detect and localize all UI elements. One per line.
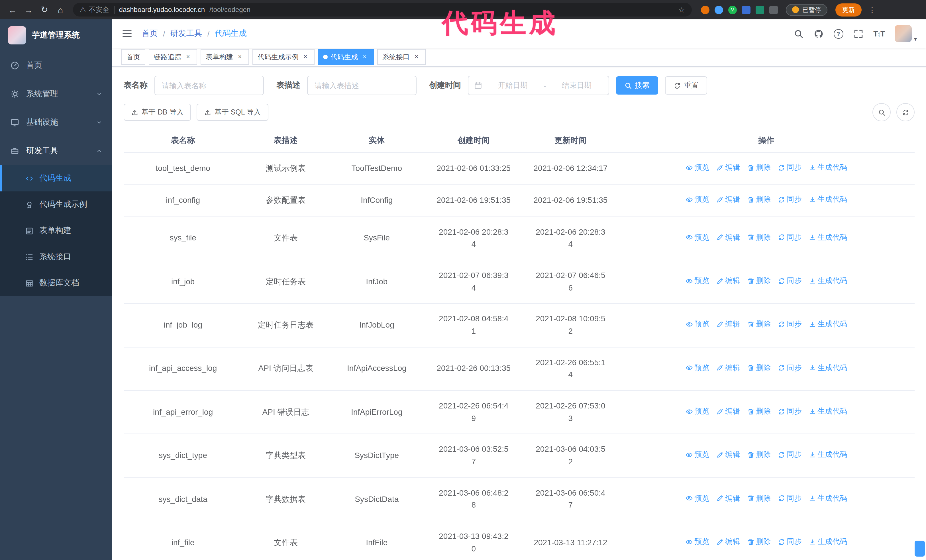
- sync-link[interactable]: 同步: [778, 449, 802, 460]
- user-menu[interactable]: ▾: [895, 25, 917, 42]
- delete-link[interactable]: 删除: [747, 194, 771, 205]
- extension-icon[interactable]: [756, 5, 764, 14]
- sidebar-item-codegen-example[interactable]: 代码生成示例: [0, 192, 112, 217]
- edit-link[interactable]: 编辑: [716, 362, 740, 373]
- edit-link[interactable]: 编辑: [716, 162, 740, 173]
- browser-home-icon[interactable]: ⌂: [54, 3, 67, 17]
- delete-link[interactable]: 删除: [747, 275, 771, 287]
- browser-forward-icon[interactable]: →: [22, 3, 35, 17]
- table-desc-input[interactable]: [307, 76, 416, 95]
- sync-link[interactable]: 同步: [778, 319, 802, 330]
- toggle-search-button[interactable]: [872, 103, 891, 121]
- delete-link[interactable]: 删除: [747, 362, 771, 373]
- breadcrumb-dev-tools[interactable]: 研发工具: [170, 29, 202, 39]
- browser-menu-icon[interactable]: ⋮: [869, 5, 876, 14]
- edit-link[interactable]: 编辑: [716, 449, 740, 460]
- address-bar[interactable]: ⚠ 不安全 dashboard.yudao.iocoder.cn/tool/co…: [73, 3, 692, 17]
- extension-icon[interactable]: [742, 5, 750, 14]
- edit-link[interactable]: 编辑: [716, 319, 740, 330]
- edit-link[interactable]: 编辑: [716, 275, 740, 287]
- browser-back-icon[interactable]: ←: [6, 3, 20, 17]
- date-range-picker[interactable]: 开始日期 - 结束日期: [468, 76, 609, 95]
- tab-3[interactable]: 代码生成示例×: [253, 49, 315, 65]
- bookmark-star-icon[interactable]: ☆: [678, 5, 685, 14]
- breadcrumb-home[interactable]: 首页: [142, 29, 158, 39]
- delete-link[interactable]: 删除: [747, 536, 771, 548]
- sidebar-item-system-api[interactable]: 系统接口: [0, 244, 112, 270]
- refresh-table-button[interactable]: [896, 103, 915, 121]
- generate-link[interactable]: 生成代码: [808, 232, 847, 243]
- edit-link[interactable]: 编辑: [716, 194, 740, 205]
- tab-5[interactable]: 系统接口×: [377, 49, 426, 65]
- browser-reload-icon[interactable]: ↻: [38, 3, 51, 17]
- tab-close-icon[interactable]: ×: [184, 53, 192, 61]
- sync-link[interactable]: 同步: [778, 362, 802, 373]
- extension-icon[interactable]: [701, 5, 710, 14]
- preview-link[interactable]: 预览: [685, 319, 709, 330]
- paused-badge[interactable]: 已暂停: [786, 4, 828, 16]
- preview-link[interactable]: 预览: [685, 493, 709, 504]
- fullscreen-icon[interactable]: [853, 29, 863, 38]
- tab-close-icon[interactable]: ×: [236, 53, 244, 61]
- generate-link[interactable]: 生成代码: [808, 493, 847, 504]
- delete-link[interactable]: 删除: [747, 449, 771, 460]
- sync-link[interactable]: 同步: [778, 194, 802, 205]
- sync-link[interactable]: 同步: [778, 536, 802, 548]
- preview-link[interactable]: 预览: [685, 232, 709, 243]
- hamburger-icon[interactable]: [121, 28, 133, 39]
- extension-icon[interactable]: [714, 5, 723, 14]
- table-name-input[interactable]: [154, 76, 264, 95]
- sync-link[interactable]: 同步: [778, 406, 802, 417]
- sidebar-item-system[interactable]: 系统管理: [0, 80, 112, 108]
- back-to-top-button[interactable]: [915, 540, 925, 557]
- edit-link[interactable]: 编辑: [716, 536, 740, 548]
- tab-4[interactable]: 代码生成×: [318, 49, 374, 65]
- puzzle-extensions-icon[interactable]: [769, 5, 778, 14]
- sidebar-item-home[interactable]: 首页: [0, 51, 112, 80]
- sidebar-item-db-doc[interactable]: 数据库文档: [0, 270, 112, 296]
- import-db-button[interactable]: 基于 DB 导入: [124, 104, 191, 121]
- search-icon[interactable]: [793, 29, 803, 38]
- generate-link[interactable]: 生成代码: [808, 449, 847, 460]
- generate-link[interactable]: 生成代码: [808, 406, 847, 417]
- reset-button[interactable]: 重置: [665, 76, 707, 95]
- sidebar-logo[interactable]: 芋道管理系统: [0, 20, 112, 51]
- preview-link[interactable]: 预览: [685, 275, 709, 287]
- sync-link[interactable]: 同步: [778, 232, 802, 243]
- help-icon[interactable]: ?: [834, 29, 843, 38]
- extension-icon[interactable]: V: [728, 5, 737, 14]
- sidebar-item-infrastructure[interactable]: 基础设施: [0, 108, 112, 137]
- edit-link[interactable]: 编辑: [716, 232, 740, 243]
- sidebar-item-form-builder[interactable]: 表单构建: [0, 217, 112, 244]
- sidebar-item-dev-tools[interactable]: 研发工具: [0, 137, 112, 165]
- generate-link[interactable]: 生成代码: [808, 319, 847, 330]
- delete-link[interactable]: 删除: [747, 232, 771, 243]
- preview-link[interactable]: 预览: [685, 406, 709, 417]
- edit-link[interactable]: 编辑: [716, 493, 740, 504]
- tab-close-icon[interactable]: ×: [361, 53, 369, 61]
- tab-1[interactable]: 链路追踪×: [149, 49, 197, 65]
- delete-link[interactable]: 删除: [747, 406, 771, 417]
- import-sql-button[interactable]: 基于 SQL 导入: [197, 104, 268, 121]
- tab-0[interactable]: 首页: [121, 49, 145, 65]
- font-size-icon[interactable]: T↕T: [873, 29, 884, 38]
- security-warning[interactable]: ⚠ 不安全: [80, 5, 109, 15]
- generate-link[interactable]: 生成代码: [808, 362, 847, 373]
- browser-update-button[interactable]: 更新: [835, 3, 862, 16]
- generate-link[interactable]: 生成代码: [808, 275, 847, 287]
- search-button[interactable]: 搜索: [616, 76, 658, 95]
- sync-link[interactable]: 同步: [778, 275, 802, 287]
- delete-link[interactable]: 删除: [747, 319, 771, 330]
- delete-link[interactable]: 删除: [747, 493, 771, 504]
- github-icon[interactable]: [814, 29, 823, 38]
- edit-link[interactable]: 编辑: [716, 406, 740, 417]
- preview-link[interactable]: 预览: [685, 162, 709, 173]
- preview-link[interactable]: 预览: [685, 449, 709, 460]
- generate-link[interactable]: 生成代码: [808, 162, 847, 173]
- sidebar-item-codegen[interactable]: 代码生成: [0, 165, 112, 192]
- tab-2[interactable]: 表单构建×: [201, 49, 249, 65]
- tab-close-icon[interactable]: ×: [413, 53, 421, 61]
- generate-link[interactable]: 生成代码: [808, 194, 847, 205]
- tab-close-icon[interactable]: ×: [301, 53, 309, 61]
- preview-link[interactable]: 预览: [685, 362, 709, 373]
